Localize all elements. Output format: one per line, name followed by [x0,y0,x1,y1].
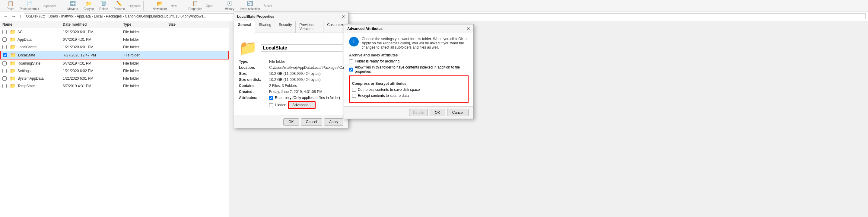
file-type: File folder [123,37,168,42]
archive-check-row: Folder is ready for archiving [349,59,469,63]
table-row-localstate[interactable]: 📁 LocalState 7/27/2020 12:47 PM File fol… [0,51,229,59]
row-checkbox[interactable] [2,76,7,81]
col-size[interactable]: Size [168,22,198,27]
location-value: C:\Users\mattwoj\AppData\Local\Packages\… [269,65,353,70]
file-type: File folder [124,53,169,57]
row-checkbox[interactable] [2,84,7,88]
file-name: AC [18,30,23,34]
compress-check-label: Compress contents to save disk space [358,88,420,92]
file-date: 1/21/2020 6:01 PM [63,30,123,34]
up-btn[interactable]: ↑ [18,13,23,19]
back-btn[interactable]: ← [2,13,9,19]
properties-folder-icon: 📁 [239,39,257,56]
advanced-cancel-btn[interactable]: Cancel [447,109,469,116]
paste-shortcut-btn[interactable]: 📄 Paste shortcut [18,0,41,11]
file-date: 6/7/2019 4:31 PM [63,61,123,65]
cancel-btn[interactable]: Cancel [301,118,322,126]
row-checkbox[interactable] [2,30,7,34]
delete-btn[interactable]: 🗑️ Delete [97,0,110,11]
created-label: Created: [239,90,269,94]
attributes-label: Attributes: [239,96,269,100]
properties-tabs: General Sharing Security Previous Versio… [234,21,348,33]
ok-btn[interactable]: OK [283,118,299,126]
contains-value: 2 Files, 3 Folders [269,84,343,88]
row-checkbox[interactable] [2,45,7,49]
table-row[interactable]: 📁 Settings 1/21/2020 6:02 PM File folder [0,67,229,74]
paste-shortcut-icon: 📄 [27,1,33,6]
archive-checkbox[interactable] [349,59,353,63]
properties-icon: 📋 [192,1,198,6]
file-name: LocalState [18,53,35,57]
row-checkbox-localstate[interactable] [3,53,7,57]
size-label: Size: [239,71,269,76]
advanced-ok-btn[interactable]: OK [430,109,445,116]
advanced-btn[interactable]: Advanced... [288,101,316,109]
details-btn[interactable]: Details [409,109,428,116]
invert-icon: 🔄 [247,1,253,6]
table-row[interactable]: 📁 LocalCache 1/21/2020 6:01 PM File fold… [0,43,229,51]
open-group: 📋 Properties Open [184,1,216,10]
location-label: Location: [239,65,269,70]
copy-icon: 📁 [86,1,92,6]
move-icon: ➡️ [70,1,76,6]
table-row[interactable]: 📁 AppData 6/7/2019 4:31 PM File folder [0,36,229,43]
properties-close-btn[interactable]: ✕ [342,14,345,19]
file-list: Name Date modified Type Size 📁 AC 1/21/2… [0,21,229,217]
compress-check-row: Compress contents to save disk space [352,88,466,92]
table-row[interactable]: 📁 AC 1/21/2020 6:01 PM File folder [0,28,229,36]
advanced-close-btn[interactable]: ✕ [467,26,470,31]
forward-btn[interactable]: → [10,13,17,19]
invert-selection-btn[interactable]: 🔄 Invert selection [238,0,262,11]
hidden-row: Hidden Advanced... [269,101,343,109]
readonly-label: Read-only (Only applies to files in fold… [275,96,340,100]
rename-btn[interactable]: ✏️ Rename [112,0,127,11]
archive-check-label: Folder is ready for archiving [355,59,399,63]
type-value: File folder [269,59,343,64]
toolbar: 📋 Paste 📄 Paste shortcut Clipboard ➡️ Mo… [0,0,868,11]
file-type: File folder [123,69,168,73]
size-value: 10.2 GB (11,008,999,424 bytes) [269,71,343,76]
file-date: 6/7/2019 4:31 PM [63,37,123,42]
readonly-checkbox[interactable] [269,96,273,100]
hidden-checkbox[interactable] [269,103,273,107]
table-row[interactable]: 📁 RoamingState 6/7/2019 4:31 PM File fol… [0,59,229,67]
paste-btn[interactable]: 📋 Paste [5,0,16,11]
file-name: SystemAppData [18,76,44,81]
move-to-btn[interactable]: ➡️ Move to [65,0,80,11]
tab-security[interactable]: Security [275,21,296,33]
file-name: RoamingState [18,61,40,65]
properties-btn[interactable]: 📋 Properties [186,0,204,11]
folder-name-input[interactable] [261,44,343,52]
properties-dialog: LocalState Properties ✕ General Sharing … [234,12,348,128]
col-date[interactable]: Date modified [63,22,123,27]
type-label: Type: [239,59,269,64]
contains-row: Contains: 2 Files, 3 Folders [239,84,343,88]
tab-prev-versions[interactable]: Previous Versions [296,21,323,33]
table-row[interactable]: 📁 TempState 6/7/2019 4:31 PM File folder [0,82,229,90]
attributes-row: Attributes: Read-only (Only applies to f… [239,96,343,110]
encrypt-checkbox[interactable] [352,94,356,98]
file-name: AppData [18,37,32,42]
address-path[interactable]: OSDisk (C:) › Users › mattwoj › AppData … [24,13,866,19]
row-checkbox[interactable] [2,61,7,65]
compress-checkbox[interactable] [352,88,356,92]
tab-sharing[interactable]: Sharing [255,21,275,33]
col-type[interactable]: Type [123,22,168,27]
copy-to-btn[interactable]: 📁 Copy to [82,0,96,11]
apply-btn[interactable]: Apply [324,118,343,126]
col-name[interactable]: Name [2,22,63,27]
size-disk-row: Size on disk: 10.2 GB (11,008,999,424 by… [239,78,343,82]
new-folder-btn[interactable]: 📂 New folder [151,0,169,11]
index-checkbox[interactable] [349,68,353,71]
row-checkbox[interactable] [2,37,7,42]
size-row: Size: 10.2 GB (11,008,999,424 bytes) [239,71,343,76]
table-row[interactable]: 📁 SystemAppData 1/21/2020 6:01 PM File f… [0,74,229,82]
file-date: 1/21/2020 6:01 PM [63,76,123,81]
tab-general[interactable]: General [234,21,255,33]
delete-icon: 🗑️ [101,1,107,6]
properties-titlebar: LocalState Properties ✕ [234,12,348,21]
advanced-footer: Details OK Cancel [344,106,473,119]
row-checkbox[interactable] [2,69,7,73]
location-row: Location: C:\Users\mattwoj\AppData\Local… [239,65,343,70]
history-btn[interactable]: 🕐 History [223,0,236,11]
